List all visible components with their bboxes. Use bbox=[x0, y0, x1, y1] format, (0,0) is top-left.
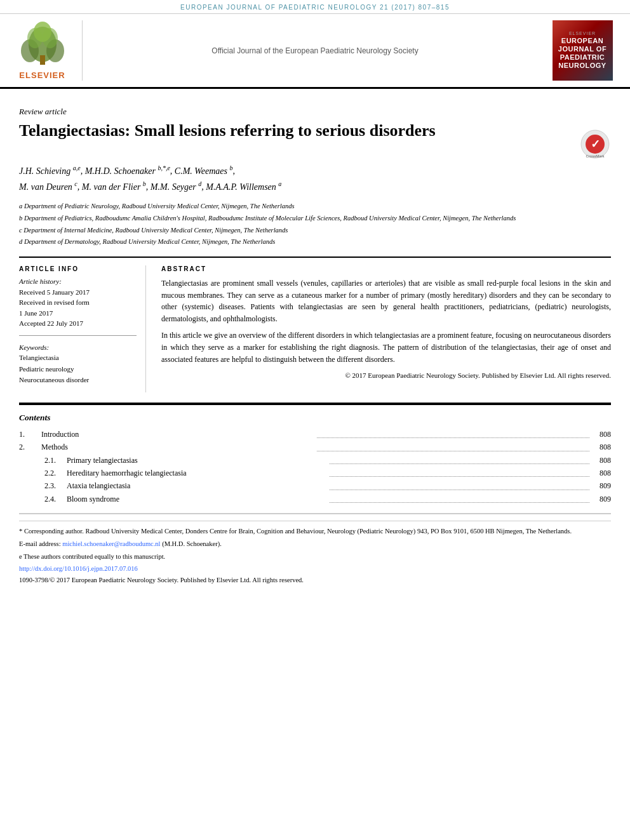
journal-center: Official Journal of the European Paediat… bbox=[93, 20, 537, 81]
toc-label-2-2: Hereditary haemorrhagic telangiectasia bbox=[67, 467, 327, 479]
affiliations-section: a Department of Pediatric Neurology, Rad… bbox=[19, 201, 611, 248]
elsevier-label: ELSEVIER bbox=[19, 70, 65, 80]
thick-divider bbox=[19, 257, 611, 258]
email-link[interactable]: michiel.schoenaker@radboudumc.nl bbox=[62, 540, 160, 547]
toc-label-2-3: Ataxia telangiectasia bbox=[67, 479, 327, 492]
svg-text:CrossMark: CrossMark bbox=[586, 154, 605, 158]
keywords-label: Keywords: bbox=[19, 342, 137, 353]
received-date: Received 5 January 2017 bbox=[19, 287, 137, 298]
authors-section: J.H. Schieving a,e, M.H.D. Schoenaker b,… bbox=[19, 163, 611, 195]
journal-cover-image: ELSEVIER EUROPEAN JOURNAL OF PAEDIATRIC … bbox=[553, 20, 613, 81]
keywords-list: Telangiectasia Pediatric neurology Neuro… bbox=[19, 352, 137, 386]
cover-elsevier-small: ELSEVIER bbox=[569, 31, 596, 36]
abstract-heading: ABSTRACT bbox=[161, 265, 611, 272]
keyword-3: Neurocutaneous disorder bbox=[19, 375, 137, 386]
toc-page-2-4: 809 bbox=[592, 493, 611, 505]
corresponding-text: * Corresponding author. Radboud Universi… bbox=[19, 528, 572, 535]
contents-title: Contents bbox=[19, 413, 51, 422]
equal-note: e These authors contributed equally to t… bbox=[19, 552, 611, 562]
svg-text:✓: ✓ bbox=[591, 138, 600, 150]
toc-num-2-3: 2.3. bbox=[44, 479, 67, 492]
keyword-2: Pediatric neurology bbox=[19, 364, 137, 375]
journal-logo-right: ELSEVIER EUROPEAN JOURNAL OF PAEDIATRIC … bbox=[547, 20, 617, 81]
equal-text: e These authors contributed equally to t… bbox=[19, 553, 165, 560]
toc-label-1: Introduction bbox=[41, 428, 314, 441]
svg-point-6 bbox=[34, 22, 51, 42]
email-suffix: (M.H.D. Schoenaker). bbox=[161, 540, 222, 547]
footer-copyright: 1090-3798/© 2017 European Paediatric Neu… bbox=[19, 577, 611, 583]
toc-label-2-4: Bloom syndrome bbox=[67, 493, 327, 505]
toc-item-2-4: 2.4. Bloom syndrome 809 bbox=[19, 493, 611, 505]
toc-page-2-3: 809 bbox=[592, 479, 611, 492]
crossmark-icon: ✓ CrossMark bbox=[579, 128, 611, 160]
toc-page-2-2: 808 bbox=[592, 467, 611, 479]
article-title: Telangiectasias: Small lesions referring… bbox=[19, 121, 569, 142]
email-note: E-mail address: michiel.schoenaker@radbo… bbox=[19, 539, 611, 549]
toc-page-1: 808 bbox=[592, 428, 611, 441]
footer-section: * Corresponding author. Radboud Universi… bbox=[19, 521, 611, 583]
keywords-section: Keywords: Telangiectasia Pediatric neuro… bbox=[19, 342, 137, 386]
toc-label-2-1: Primary telangiectasias bbox=[67, 454, 327, 467]
doi-link[interactable]: http://dx.doi.org/10.1016/j.ejpn.2017.07… bbox=[19, 565, 138, 572]
abstract-para-1: Telangiectasias are prominent small vess… bbox=[161, 277, 611, 324]
article-info-abstract: ARTICLE INFO Article history: Received 5… bbox=[19, 265, 611, 392]
toc-page-2-1: 808 bbox=[592, 454, 611, 467]
contents-section: Contents 1. Introduction 808 2. Methods … bbox=[19, 404, 611, 514]
toc-num-2-1: 2.1. bbox=[44, 454, 67, 467]
history-label: Article history: bbox=[19, 276, 137, 287]
svg-rect-7 bbox=[40, 55, 45, 65]
abstract-para-2: In this article we give an overview of t… bbox=[161, 330, 611, 365]
crossmark-area: ✓ CrossMark bbox=[579, 126, 611, 163]
toc-num-1: 1. bbox=[19, 428, 41, 441]
email-label: E-mail address: bbox=[19, 540, 62, 547]
elsevier-tree-icon bbox=[17, 20, 68, 68]
official-journal-text: Official Journal of the European Paediat… bbox=[211, 46, 418, 55]
keyword-1: Telangiectasia bbox=[19, 352, 137, 364]
article-info-column: ARTICLE INFO Article history: Received 5… bbox=[19, 265, 146, 392]
toc-num-2-2: 2.2. bbox=[44, 467, 67, 479]
affiliation-b: b Department of Pediatrics, Radboudumc A… bbox=[19, 213, 611, 224]
cover-journal-title: EUROPEAN JOURNAL OF PAEDIATRIC NEUROLOGY bbox=[556, 37, 609, 70]
title-crossmark-area: Telangiectasias: Small lesions referring… bbox=[19, 121, 611, 163]
affiliation-d: d Department of Dermatology, Radboud Uni… bbox=[19, 237, 611, 248]
abstract-text: Telangiectasias are prominent small vess… bbox=[161, 277, 611, 381]
toc-dots-2-4 bbox=[330, 490, 590, 503]
toc-dots-2-3 bbox=[330, 477, 590, 490]
toc-num-2-4: 2.4. bbox=[44, 493, 67, 505]
revised-label: Received in revised form bbox=[19, 297, 137, 308]
accepted-date: Accepted 22 July 2017 bbox=[19, 318, 137, 329]
corresponding-note: * Corresponding author. Radboud Universi… bbox=[19, 526, 611, 537]
toc-dots-2 bbox=[317, 438, 590, 451]
toc-dots-2-2 bbox=[330, 464, 590, 477]
top-header-area: ELSEVIER Official Journal of the Europea… bbox=[0, 14, 630, 89]
toc-dots-2-1 bbox=[330, 451, 590, 464]
affiliation-a: a Department of Pediatric Neurology, Rad… bbox=[19, 201, 611, 212]
article-info-heading: ARTICLE INFO bbox=[19, 265, 137, 272]
info-divider bbox=[19, 335, 137, 336]
article-type-label: Review article bbox=[19, 107, 611, 117]
revised-date: 1 June 2017 bbox=[19, 308, 137, 319]
toc-label-2: Methods bbox=[41, 441, 314, 453]
abstract-copyright: © 2017 European Paediatric Neurology Soc… bbox=[161, 370, 611, 381]
toc-num-2: 2. bbox=[19, 441, 41, 453]
abstract-column: ABSTRACT Telangiectasias are prominent s… bbox=[161, 265, 611, 392]
main-content: Review article Telangiectasias: Small le… bbox=[0, 89, 630, 392]
elsevier-logo: ELSEVIER bbox=[13, 20, 83, 81]
affiliation-c: c Department of Internal Medicine, Radbo… bbox=[19, 225, 611, 236]
history-section: Article history: Received 5 January 2017… bbox=[19, 276, 137, 329]
journal-header: EUROPEAN JOURNAL OF PAEDIATRIC NEUROLOGY… bbox=[0, 0, 630, 14]
toc-page-2: 808 bbox=[592, 441, 611, 453]
toc-dots-1 bbox=[317, 425, 590, 438]
bottom-divider bbox=[19, 514, 611, 514]
